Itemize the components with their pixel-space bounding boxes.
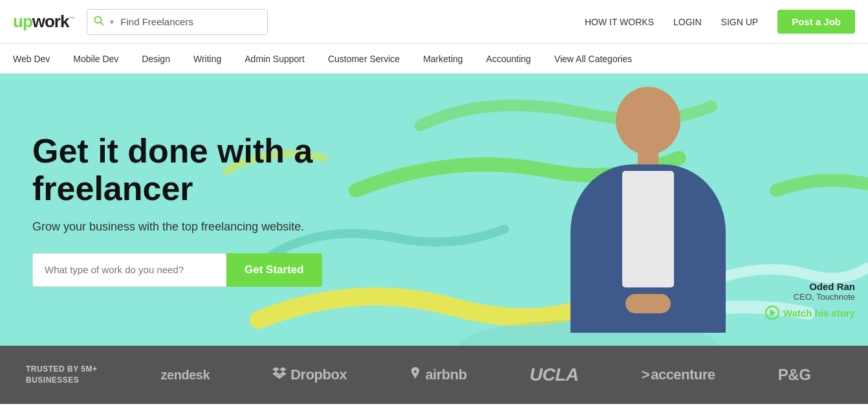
dropbox-logo: Dropbox — [272, 366, 347, 383]
dropbox-icon — [272, 367, 287, 383]
search-icon — [94, 16, 104, 28]
trusted-line2: BUSINESSES — [26, 376, 79, 385]
cat-admin-support[interactable]: Admin Support — [233, 44, 316, 73]
svg-marker-4 — [272, 367, 279, 372]
nav-how-it-works[interactable]: HOW IT WORKS — [585, 17, 654, 27]
post-job-button[interactable]: Post a Job — [777, 10, 855, 34]
cat-marketing[interactable]: Marketing — [411, 44, 474, 73]
cat-accounting[interactable]: Accounting — [475, 44, 543, 73]
search-input-text: Find Freelancers — [120, 16, 193, 27]
hero-title: Get it done with a freelancer — [32, 133, 343, 207]
nav-sign-up[interactable]: SIGN UP — [721, 17, 759, 27]
watch-story-text: Watch his story — [783, 308, 855, 319]
nav-login[interactable]: LOGIN — [673, 17, 702, 27]
attribution-name: Oded Ran — [765, 281, 855, 292]
trusted-text: TRUSTED BY 5M+ BUSINESSES — [26, 364, 129, 386]
cat-web-dev[interactable]: Web Dev — [13, 44, 61, 73]
search-bar[interactable]: ▼ Find Freelancers — [87, 9, 268, 35]
trusted-bar: TRUSTED BY 5M+ BUSINESSES zendesk Dropbo… — [0, 346, 868, 404]
pg-logo: P&G — [778, 366, 811, 384]
hero-search-form: Get Started — [32, 253, 343, 287]
watch-story-link[interactable]: Watch his story — [765, 306, 855, 320]
cat-mobile-dev[interactable]: Mobile Dev — [61, 44, 130, 73]
hero-attribution: Oded Ran CEO, Touchnote Watch his story — [765, 281, 855, 320]
hero-section: Get it done with a freelancer Grow your … — [0, 74, 868, 346]
airbnb-label: airbnb — [425, 366, 466, 383]
attribution-title: CEO, Touchnote — [765, 292, 855, 302]
accenture-logo: > accenture — [642, 366, 715, 383]
accenture-label: accenture — [651, 366, 715, 383]
cat-customer-service[interactable]: Customer Service — [316, 44, 411, 73]
play-icon — [765, 306, 779, 320]
category-nav: Web Dev Mobile Dev Design Writing Admin … — [0, 44, 868, 74]
person-head — [616, 87, 680, 155]
hero-subtitle: Grow your business with the top freelanc… — [32, 220, 343, 234]
logo-tm: ™ — [69, 16, 74, 22]
cat-design[interactable]: Design — [130, 44, 182, 73]
hero-content: Get it done with a freelancer Grow your … — [0, 133, 375, 286]
zendesk-logo: zendesk — [161, 368, 210, 383]
accenture-chevron: > — [642, 366, 649, 383]
play-triangle — [770, 309, 776, 316]
hero-search-input[interactable] — [32, 253, 226, 287]
logo-up: up — [13, 12, 32, 31]
airbnb-logo: airbnb — [409, 366, 466, 384]
svg-marker-5 — [279, 367, 287, 372]
header-nav: HOW IT WORKS LOGIN SIGN UP Post a Job — [585, 10, 855, 34]
person-shirt — [622, 171, 674, 287]
cat-writing[interactable]: Writing — [182, 44, 233, 73]
trusted-logos: zendesk Dropbox airbnb — [129, 365, 842, 385]
header: upwork™ ▼ Find Freelancers HOW IT WORKS … — [0, 0, 868, 44]
ucla-logo: UCLA — [530, 365, 579, 385]
person-hands — [625, 294, 671, 313]
hero-search-button[interactable]: Get Started — [226, 253, 322, 287]
trusted-line1: TRUSTED BY 5M+ — [26, 365, 97, 374]
person-figure — [538, 87, 758, 346]
dropbox-label: Dropbox — [290, 366, 347, 383]
cat-view-all[interactable]: View All Categories — [543, 44, 644, 73]
logo[interactable]: upwork™ — [13, 12, 74, 32]
svg-line-1 — [101, 22, 103, 25]
search-dropdown-arrow[interactable]: ▼ — [108, 18, 115, 26]
airbnb-icon — [409, 366, 421, 384]
logo-work: work — [32, 12, 69, 31]
